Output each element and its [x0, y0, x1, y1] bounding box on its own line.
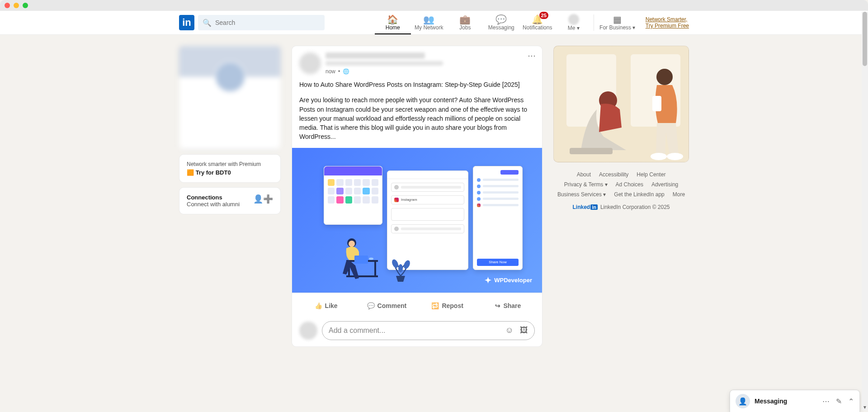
notification-badge: 25 — [539, 12, 548, 19]
me-avatar-icon — [568, 14, 579, 25]
premium-upsell-card[interactable]: Network smarter with Premium Try for BDT… — [179, 154, 281, 183]
dot-separator: • — [338, 68, 340, 75]
footer: About Accessibility Help Center Privacy … — [553, 170, 689, 210]
nav-me[interactable]: Me — [556, 11, 592, 34]
home-icon: 🏠 — [387, 14, 398, 24]
illustration-share-button: Share Now — [477, 259, 519, 266]
nav-jobs[interactable]: 💼 Jobs — [447, 11, 483, 34]
footer-copyright: Linkedin LinkedIn Corporation © 2025 — [553, 204, 689, 210]
window-minimize-icon[interactable] — [14, 3, 19, 8]
svg-point-9 — [402, 259, 411, 270]
nav-network[interactable]: 👥 My Network — [411, 11, 447, 34]
post-image-brand: WPDeveloper — [485, 275, 532, 285]
illustration-instagram-label: Instagram — [401, 198, 417, 202]
illustration-panel: Share Now — [473, 166, 523, 270]
post-title: How to Auto Share WordPress Posts on Ins… — [299, 80, 535, 89]
nav-business[interactable]: ▦ For Business — [596, 11, 639, 34]
right-rail: See who's hiring on LinkedIn. — [553, 46, 689, 210]
nav-notifications[interactable]: 🔔 25 Notifications — [519, 11, 556, 34]
post-author-avatar[interactable] — [299, 52, 321, 74]
post-body: How to Auto Share WordPress Posts on Ins… — [292, 76, 542, 148]
footer-link-adchoices[interactable]: Ad Choices — [616, 181, 643, 188]
nav-label: Home — [386, 24, 400, 31]
ad-illustration — [554, 46, 689, 162]
image-icon[interactable]: 🖼 — [520, 326, 528, 335]
nav-label: Notifications — [523, 24, 552, 31]
share-button[interactable]: ↪Share — [478, 296, 538, 316]
comment-button[interactable]: 💬Comment — [356, 296, 417, 316]
post-paragraph: Are you looking to reach more people wit… — [299, 95, 535, 141]
footer-link-advertising[interactable]: Advertising — [651, 181, 678, 188]
svg-point-16 — [656, 69, 673, 85]
premium-upsell-cta[interactable]: Try for BDT0 — [187, 169, 273, 176]
search-icon: 🔍 — [203, 19, 212, 27]
svg-point-8 — [391, 258, 399, 269]
post-time-text: now — [326, 68, 335, 75]
svg-rect-2 — [374, 261, 376, 276]
globe-icon: 🌐 — [343, 68, 349, 75]
nav-divider — [594, 14, 594, 31]
nav-messaging[interactable]: 💬 Messaging — [483, 11, 519, 34]
footer-link-about[interactable]: About — [577, 171, 591, 178]
connections-card[interactable]: Connections Connect with alumni 👤➕ — [179, 187, 281, 214]
network-icon: 👥 — [423, 14, 434, 24]
post-author-name[interactable] — [326, 52, 425, 59]
premium-links: Network Smarter, Try Premium Free — [646, 16, 689, 29]
post-author-headline — [326, 61, 443, 66]
connections-title: Connections — [187, 194, 240, 201]
feed: now • 🌐 ⋯ How to Auto Share WordPress Po… — [292, 46, 542, 347]
ad-card[interactable]: See who's hiring on LinkedIn. — [553, 46, 689, 162]
comment-placeholder: Add a comment... — [329, 327, 385, 335]
post-card: now • 🌐 ⋯ How to Auto Share WordPress Po… — [292, 46, 542, 347]
window-close-icon[interactable] — [5, 3, 10, 8]
footer-link-privacy[interactable]: Privacy & Terms — [564, 181, 608, 188]
svg-point-10 — [398, 264, 403, 272]
svg-point-18 — [651, 153, 667, 160]
emoji-icon[interactable]: ☺ — [505, 326, 514, 335]
linkedin-logo[interactable]: in — [179, 15, 194, 30]
svg-point-7 — [369, 257, 373, 260]
comment-avatar[interactable] — [299, 322, 317, 340]
nav-home[interactable]: 🏠 Home — [375, 11, 411, 34]
footer-link-help[interactable]: Help Center — [637, 171, 665, 178]
footer-links: About Accessibility Help Center Privacy … — [553, 170, 689, 199]
vertical-scrollbar[interactable]: ▼ — [862, 12, 868, 347]
like-button[interactable]: 👍Like — [296, 296, 356, 316]
svg-point-5 — [349, 241, 355, 247]
search-input[interactable] — [215, 19, 320, 26]
try-premium-link[interactable]: Try Premium Free — [646, 23, 689, 29]
apps-grid-icon: ▦ — [613, 14, 622, 24]
repost-button[interactable]: 🔁Repost — [417, 296, 478, 316]
footer-link-accessibility[interactable]: Accessibility — [599, 171, 628, 178]
comment-icon: 💬 — [367, 302, 375, 309]
connections-subtitle: Connect with alumni — [187, 201, 240, 208]
svg-point-19 — [667, 153, 683, 160]
window-controls — [0, 0, 868, 11]
footer-link-business[interactable]: Business Services — [557, 191, 606, 198]
scrollbar-thumb[interactable] — [863, 12, 867, 66]
footer-link-getapp[interactable]: Get the LinkedIn app — [614, 191, 664, 198]
share-icon: ↪ — [495, 302, 500, 309]
jobs-icon: 💼 — [459, 14, 471, 24]
illustration-calendar — [324, 166, 382, 225]
repost-icon: 🔁 — [431, 302, 439, 309]
comment-composer: Add a comment... ☺ 🖼 — [292, 318, 542, 346]
top-navigation: in 🔍 🏠 Home 👥 My Network 💼 Jobs 💬 Messag… — [0, 11, 868, 35]
profile-card[interactable] — [179, 46, 281, 150]
left-rail: Network smarter with Premium Try for BDT… — [179, 46, 281, 214]
nav-label: Me — [568, 25, 580, 31]
post-menu-button[interactable]: ⋯ — [528, 51, 536, 61]
window-zoom-icon[interactable] — [23, 3, 28, 8]
premium-upsell-title: Network smarter with Premium — [187, 161, 273, 167]
footer-link-more[interactable]: More — [673, 191, 685, 198]
comment-input[interactable]: Add a comment... ☺ 🖼 — [322, 321, 535, 340]
copyright-text: LinkedIn Corporation © 2025 — [600, 204, 670, 210]
add-connection-icon[interactable]: 👤➕ — [253, 194, 273, 204]
nav-label: My Network — [415, 24, 443, 31]
svg-rect-0 — [346, 275, 378, 277]
nav-label: Messaging — [488, 24, 514, 31]
post-image[interactable]: Instagram Share Now — [292, 148, 542, 293]
search-wrapper[interactable]: 🔍 — [198, 15, 325, 30]
network-smarter-link[interactable]: Network Smarter, — [646, 16, 689, 23]
illustration-person-icon — [333, 234, 382, 284]
